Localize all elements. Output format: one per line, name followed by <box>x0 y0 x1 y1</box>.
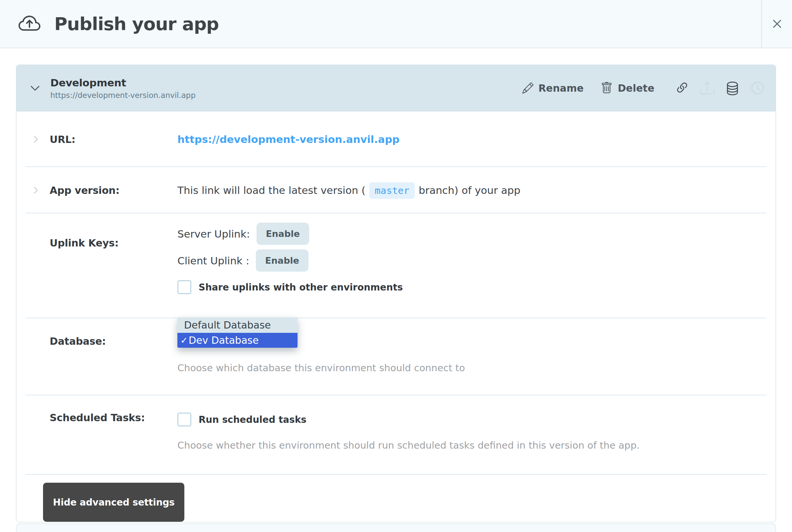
environment-settings: URL: https://development-version.anvil.a… <box>16 112 776 522</box>
clock-icon[interactable] <box>750 81 765 95</box>
server-uplink-line: Server Uplink: Enable <box>177 223 775 245</box>
url-row-label-cell: URL: <box>17 134 177 145</box>
checkmark-icon: ✓ <box>181 335 188 345</box>
app-version-label-cell: App version: <box>17 185 177 196</box>
database-select-dropdown: Default Database ✓Dev Database <box>177 317 298 348</box>
environment-panel-header[interactable]: Development https://development-version.… <box>16 64 776 112</box>
database-option-dev-selected[interactable]: ✓Dev Database <box>177 333 298 348</box>
app-version-text-before: This link will load the latest version ( <box>177 184 365 196</box>
database-helper-text: Choose which database this environment s… <box>177 362 775 374</box>
url-row: URL: https://development-version.anvil.a… <box>17 112 775 167</box>
environment-panel: Development https://development-version.… <box>16 64 776 522</box>
dialog-title: Publish your app <box>54 14 219 34</box>
chevron-down-icon[interactable] <box>29 81 42 95</box>
environment-titles: Development https://development-version.… <box>50 77 195 100</box>
scheduled-content: Run scheduled tasks Choose whether this … <box>177 395 775 475</box>
url-label: URL: <box>50 134 75 145</box>
client-uplink-enable-button[interactable]: Enable <box>256 249 308 272</box>
url-row-content: https://development-version.anvil.app <box>177 133 775 145</box>
dialog-body: Development https://development-version.… <box>0 64 792 532</box>
database-label: Database: <box>50 336 106 347</box>
uplink-label-cell: Uplink Keys: <box>17 223 177 318</box>
hide-advanced-settings-button[interactable]: Hide advanced settings <box>43 483 184 522</box>
run-scheduled-line: Run scheduled tasks <box>177 413 775 426</box>
run-scheduled-tasks-label: Run scheduled tasks <box>199 414 306 425</box>
pencil-icon <box>522 82 533 94</box>
close-button[interactable] <box>761 0 792 48</box>
rename-label: Rename <box>539 82 584 94</box>
share-uplinks-line: Share uplinks with other environments <box>177 280 775 294</box>
delete-button[interactable]: Delete <box>601 82 654 94</box>
app-version-text: This link will load the latest version (… <box>177 184 775 196</box>
run-scheduled-tasks-checkbox[interactable] <box>177 413 191 426</box>
app-version-row: App version: This link will load the lat… <box>17 167 775 213</box>
environment-url-subtitle: https://development-version.anvil.app <box>50 91 195 100</box>
share-uplinks-checkbox[interactable] <box>177 280 191 294</box>
environment-name: Development <box>50 77 195 89</box>
branch-name-code: master <box>369 182 415 199</box>
scheduled-tasks-row: Scheduled Tasks: Run scheduled tasks Cho… <box>17 395 775 475</box>
database-row: Database: Default Database ✓Dev Database… <box>17 318 775 395</box>
database-option-dev-label: Dev Database <box>189 335 259 346</box>
chevron-right-icon[interactable] <box>31 186 41 195</box>
uplink-keys-label: Uplink Keys: <box>50 237 118 249</box>
environment-toolbar-icons <box>675 81 765 95</box>
app-version-label: App version: <box>50 185 119 196</box>
database-option-default[interactable]: Default Database <box>177 317 298 333</box>
database-icon[interactable] <box>725 81 740 95</box>
environment-url-link[interactable]: https://development-version.anvil.app <box>177 133 399 145</box>
database-label-cell: Database: <box>17 318 177 395</box>
uplink-keys-row: Uplink Keys: Server Uplink: Enable Clien… <box>17 213 775 318</box>
dialog-header: Publish your app <box>0 0 792 48</box>
trash-icon <box>601 82 612 94</box>
uplink-content: Server Uplink: Enable Client Uplink : En… <box>177 223 775 318</box>
client-uplink-line: Client Uplink : Enable <box>177 249 775 272</box>
app-version-text-after: branch) of your app <box>419 184 520 196</box>
cloud-upload-icon <box>19 13 40 35</box>
rename-button[interactable]: Rename <box>522 82 584 94</box>
server-uplink-label: Server Uplink: <box>177 228 250 240</box>
dialog-header-left: Publish your app <box>0 13 761 35</box>
next-environment-strip[interactable] <box>16 524 776 532</box>
delete-label: Delete <box>618 82 654 94</box>
link-icon[interactable] <box>675 81 690 95</box>
environment-actions: Rename Delete <box>522 81 765 95</box>
scheduled-helper-text: Choose whether this environment should r… <box>177 440 775 451</box>
chevron-right-icon[interactable] <box>31 135 41 144</box>
server-uplink-enable-button[interactable]: Enable <box>257 223 309 245</box>
upload-icon[interactable] <box>700 81 715 95</box>
database-content: Default Database ✓Dev Database Choose wh… <box>177 318 775 395</box>
advanced-settings-footer: Hide advanced settings <box>17 475 775 522</box>
client-uplink-label: Client Uplink : <box>177 255 249 267</box>
close-icon <box>771 18 783 30</box>
scheduled-tasks-label: Scheduled Tasks: <box>50 412 145 423</box>
scheduled-label-cell: Scheduled Tasks: <box>17 395 177 475</box>
share-uplinks-label: Share uplinks with other environments <box>199 282 403 293</box>
